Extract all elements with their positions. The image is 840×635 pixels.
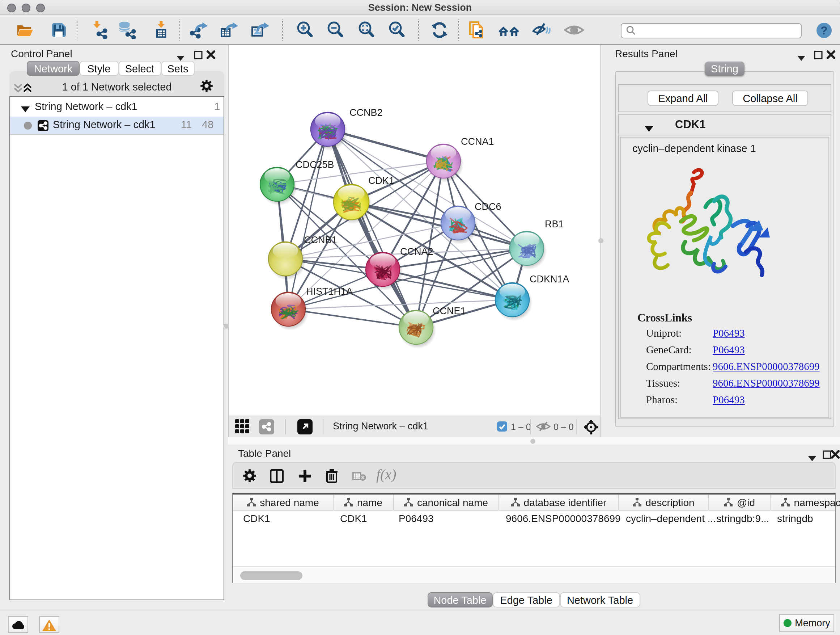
svg-text:CDC25B: CDC25B bbox=[295, 159, 334, 170]
svg-text:CCNA1: CCNA1 bbox=[461, 136, 494, 147]
svg-text:CCNB2: CCNB2 bbox=[349, 107, 383, 118]
svg-text:CDKN1A: CDKN1A bbox=[530, 274, 569, 285]
svg-text:HIST1H1A: HIST1H1A bbox=[306, 286, 353, 297]
svg-text:CCNB1: CCNB1 bbox=[304, 234, 337, 245]
svg-text:CDC6: CDC6 bbox=[475, 201, 501, 212]
svg-text:RB1: RB1 bbox=[545, 219, 564, 230]
svg-text:CCNE1: CCNE1 bbox=[433, 306, 466, 317]
svg-text:?: ? bbox=[821, 24, 828, 36]
svg-text:CCNA2: CCNA2 bbox=[400, 246, 433, 257]
svg-text:CDK1: CDK1 bbox=[368, 175, 394, 186]
